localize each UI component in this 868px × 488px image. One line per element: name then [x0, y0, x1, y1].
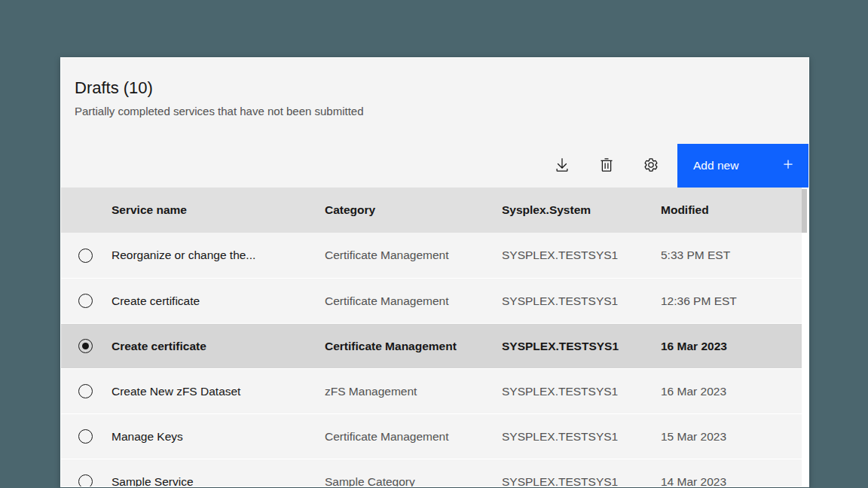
cell-service-name: Create certificate	[99, 324, 313, 368]
radio-cell	[61, 459, 99, 487]
delete-button[interactable]	[588, 144, 625, 188]
table-scrollbar[interactable]	[802, 188, 808, 486]
panel-header: Drafts (10) Partially completed services…	[61, 58, 808, 144]
cell-modified: 12:36 PM EST	[649, 279, 808, 323]
cell-sysplex-system: SYSPLEX.TESTSYS1	[490, 279, 649, 323]
table-row[interactable]: Create certificate Certificate Managemen…	[61, 278, 808, 323]
cell-category: zFS Management	[313, 369, 490, 413]
download-button[interactable]	[544, 144, 580, 188]
settings-button[interactable]	[633, 144, 669, 188]
radio-cell	[61, 414, 99, 459]
radio-cell	[61, 233, 99, 278]
drafts-panel: Drafts (10) Partially completed services…	[60, 57, 809, 487]
add-new-button[interactable]: Add new	[677, 144, 808, 188]
header-cell-sysplex-system: Sysplex.System	[490, 188, 649, 233]
cell-sysplex-system: SYSPLEX.TESTSYS1	[490, 233, 649, 278]
cell-service-name: Create certificate	[99, 279, 313, 323]
cell-sysplex-system: SYSPLEX.TESTSYS1	[490, 369, 649, 413]
table-row[interactable]: Reorganize or change the... Certificate …	[61, 233, 808, 278]
download-icon	[555, 157, 570, 175]
cell-category: Certificate Management	[313, 324, 490, 368]
cell-category: Sample Category	[313, 459, 490, 487]
page-subtitle: Partially completed services that have n…	[75, 104, 796, 119]
cell-service-name: Sample Service	[99, 459, 313, 487]
settings-gear-icon	[643, 157, 659, 175]
header-cell-service-name: Service name	[99, 188, 313, 233]
radio-button[interactable]	[78, 429, 93, 444]
page: { "colors": { "page_background": "#4b666…	[0, 0, 868, 488]
table-row[interactable]: Create certificate Certificate Managemen…	[61, 323, 808, 368]
drafts-table: Service name Category Sysplex.System Mod…	[61, 188, 808, 487]
trash-icon	[599, 157, 614, 175]
cell-modified: 5:33 PM EST	[649, 233, 808, 278]
radio-button[interactable]	[78, 474, 93, 487]
cell-sysplex-system: SYSPLEX.TESTSYS1	[490, 414, 649, 459]
table-row[interactable]: Create New zFS Dataset zFS Management SY…	[61, 368, 808, 413]
cell-service-name: Reorganize or change the...	[99, 233, 313, 278]
cell-modified: 16 Mar 2023	[649, 324, 808, 368]
radio-button[interactable]	[78, 294, 93, 308]
header-cell-modified: Modified	[649, 188, 808, 233]
cell-service-name: Manage Keys	[99, 414, 313, 459]
cell-category: Certificate Management	[313, 279, 490, 323]
radio-button[interactable]	[78, 384, 93, 398]
add-new-label: Add new	[693, 159, 738, 172]
cell-category: Certificate Management	[313, 414, 490, 459]
table-toolbar: Add new	[61, 144, 808, 188]
radio-cell	[61, 279, 99, 323]
plus-icon	[781, 157, 796, 175]
cell-modified: 16 Mar 2023	[649, 369, 808, 413]
cell-service-name: Create New zFS Dataset	[99, 369, 313, 413]
cell-modified: 15 Mar 2023	[649, 414, 808, 459]
table-row[interactable]: Manage Keys Certificate Management SYSPL…	[61, 413, 808, 459]
table-header: Service name Category Sysplex.System Mod…	[61, 188, 808, 233]
radio-button[interactable]	[78, 339, 93, 353]
page-title: Drafts (10)	[75, 78, 796, 99]
cell-category: Certificate Management	[313, 233, 490, 278]
radio-button[interactable]	[78, 249, 93, 263]
header-cell-radio	[61, 188, 99, 233]
cell-modified: 14 Mar 2023	[649, 459, 808, 487]
cell-sysplex-system: SYSPLEX.TESTSYS1	[490, 459, 649, 487]
table-row[interactable]: Sample Service Sample Category SYSPLEX.T…	[61, 459, 808, 487]
table-header-row: Service name Category Sysplex.System Mod…	[61, 188, 808, 233]
cell-sysplex-system: SYSPLEX.TESTSYS1	[490, 324, 649, 368]
header-cell-category: Category	[313, 188, 490, 233]
radio-cell	[61, 324, 99, 368]
table-body: Reorganize or change the... Certificate …	[61, 233, 808, 487]
scrollbar-thumb[interactable]	[802, 189, 807, 233]
radio-cell	[61, 369, 99, 413]
